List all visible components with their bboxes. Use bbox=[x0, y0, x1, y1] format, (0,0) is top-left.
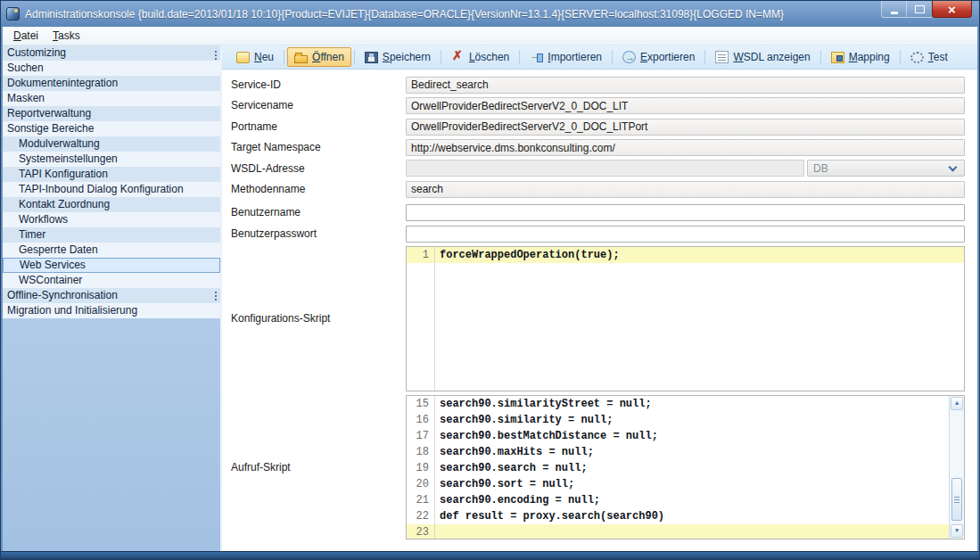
field-input-portname[interactable] bbox=[406, 119, 965, 136]
code-text: def result = proxy.search(search90) bbox=[434, 508, 664, 524]
sidebar-item-modulverwaltung[interactable]: Modulverwaltung bbox=[3, 136, 220, 152]
sidebar-item-web-services[interactable]: Web Services bbox=[3, 258, 220, 273]
field-input-service-id[interactable] bbox=[406, 77, 965, 94]
chevron-down-icon bbox=[949, 163, 958, 172]
field-input-servicename[interactable] bbox=[406, 97, 965, 114]
aufruf-script-row: Aufruf-Skript 15search90.similarityStree… bbox=[231, 395, 965, 539]
line-number: 18 bbox=[407, 444, 434, 460]
sidebar-item-customizing[interactable]: Customizing bbox=[3, 45, 220, 61]
editor-gutter-line bbox=[434, 396, 435, 539]
toolbar-button-speichern[interactable]: Speichern bbox=[358, 47, 438, 67]
sidebar-item-gesperrte-daten[interactable]: Gesperrte Daten bbox=[3, 243, 220, 258]
form-row: Portname bbox=[231, 118, 965, 136]
code-text: search90.bestMatchDistance = null; bbox=[434, 428, 658, 444]
import-icon bbox=[530, 51, 543, 63]
sidebar-list: CustomizingSuchenDokumentenintegrationMa… bbox=[3, 45, 220, 318]
code-line: 18search90.maxHits = null; bbox=[407, 444, 949, 460]
sidebar-item-kontakt-zuordnung[interactable]: Kontakt Zuordnung bbox=[3, 197, 220, 212]
sidebar-item-tapi-inbound-dialog-konfiguration[interactable]: TAPI-Inbound Dialog Konfiguration bbox=[3, 182, 220, 197]
code-text: forceWrappedOperation(true); bbox=[434, 247, 620, 263]
wsdl-icon bbox=[715, 51, 729, 63]
toolbar-button-exportieren[interactable]: Exportieren bbox=[615, 47, 702, 67]
field-label-konfigurations-skript: Konfigurations-Skript bbox=[231, 312, 406, 325]
sidebar-splitter-grip[interactable] bbox=[215, 292, 217, 293]
sidebar-item-workflows[interactable]: Workflows bbox=[3, 212, 220, 227]
toolbar-button-label: Exportieren bbox=[640, 51, 695, 63]
toolbar-button-label: Neu bbox=[254, 51, 274, 63]
line-number: 15 bbox=[407, 396, 434, 412]
field-cell: DB bbox=[406, 160, 965, 177]
code-line: 21search90.encoding = null; bbox=[407, 492, 949, 508]
form-row: Servicename bbox=[231, 97, 965, 115]
toolbar-button-loschen[interactable]: Löschen bbox=[444, 47, 516, 67]
maximize-button[interactable] bbox=[907, 1, 932, 18]
field-label-benutzername: Benutzername bbox=[231, 206, 406, 218]
toolbar-button-label: Löschen bbox=[469, 51, 509, 63]
field-input-target-namespace[interactable] bbox=[406, 139, 965, 156]
sidebar-item-offline-synchronisation[interactable]: Offline-Synchronisation bbox=[3, 288, 220, 303]
sidebar-item-migration-und-initialisierung[interactable]: Migration und Initialisierung bbox=[3, 303, 220, 318]
toolbar-button-importieren[interactable]: Importieren bbox=[523, 47, 609, 67]
toolbar-button-label: Mapping bbox=[849, 51, 890, 63]
line-number: 19 bbox=[407, 460, 434, 476]
code-line: 19search90.search = null; bbox=[407, 460, 949, 476]
sidebar-item-reportverwaltung[interactable]: Reportverwaltung bbox=[3, 106, 220, 121]
close-button[interactable]: × bbox=[932, 1, 972, 18]
minimize-button[interactable] bbox=[881, 1, 907, 18]
field-input-methodenname[interactable] bbox=[406, 181, 965, 198]
field-label-wsdl-adresse: WSDL-Adresse bbox=[231, 162, 406, 175]
aufruf-scrollbar[interactable] bbox=[949, 396, 964, 539]
code-text: search90.similarityStreet = null; bbox=[434, 396, 652, 412]
sidebar-item-tapi-konfiguration[interactable]: TAPI Konfiguration bbox=[3, 167, 220, 182]
field-label-servicename: Servicename bbox=[231, 99, 406, 111]
sidebar-item-masken[interactable]: Masken bbox=[3, 91, 220, 106]
sidebar-item-systemeinstellungen[interactable]: Systemeinstellungen bbox=[3, 152, 220, 167]
code-text: search90.maxHits = null; bbox=[434, 444, 594, 460]
sidebar-collapse-grip[interactable] bbox=[215, 51, 217, 53]
code-line: 22def result = proxy.search(search90) bbox=[407, 508, 949, 524]
toolbar-button-label: Test bbox=[928, 51, 948, 63]
export-icon bbox=[622, 51, 636, 63]
sidebar: CustomizingSuchenDokumentenintegrationMa… bbox=[3, 45, 222, 551]
konfigurations-skript-editor[interactable]: 1forceWrappedOperation(true); bbox=[406, 246, 965, 391]
toolbar-separator bbox=[900, 50, 901, 64]
sidebar-item-dokumentenintegration[interactable]: Dokumentenintegration bbox=[3, 76, 220, 91]
title-bar[interactable]: Administrationskonsole {build.date=2013/… bbox=[1, 1, 979, 27]
scroll-up-icon[interactable] bbox=[951, 397, 963, 410]
sidebar-item-suchen[interactable]: Suchen bbox=[3, 61, 220, 76]
scroll-thumb[interactable] bbox=[951, 478, 962, 521]
toolbar: NeuÖffnenSpeichernLöschenImportierenExpo… bbox=[222, 45, 977, 70]
aufruf-skript-editor[interactable]: 15search90.similarityStreet = null;16sea… bbox=[406, 395, 965, 539]
field-input-benutzerpasswort[interactable] bbox=[406, 226, 965, 243]
field-label-portname: Portname bbox=[231, 120, 406, 133]
toolbar-button-offnen[interactable]: Öffnen bbox=[287, 47, 351, 67]
sidebar-item-timer[interactable]: Timer bbox=[3, 227, 220, 243]
field-combo-wsdl-adresse[interactable]: DB bbox=[807, 160, 965, 177]
field-label-target-namespace: Target Namespace bbox=[231, 141, 406, 153]
toolbar-separator bbox=[441, 50, 441, 64]
scroll-down-icon[interactable] bbox=[951, 524, 963, 538]
test-icon bbox=[910, 52, 924, 63]
window-controls: × bbox=[881, 1, 972, 18]
toolbar-button-neu[interactable]: Neu bbox=[229, 47, 281, 67]
form-row: Methodenname bbox=[231, 180, 965, 198]
toolbar-button-label: Speichern bbox=[383, 51, 431, 63]
toolbar-button-test[interactable]: Test bbox=[903, 47, 955, 67]
konfig-script-row: Konfigurations-Skript 1forceWrappedOpera… bbox=[231, 246, 965, 391]
form-row: Target Namespace bbox=[231, 139, 965, 157]
sidebar-item-wscontainer[interactable]: WSContainer bbox=[3, 273, 220, 288]
toolbar-button-label: Importieren bbox=[548, 51, 602, 63]
menu-item-datei[interactable]: Datei bbox=[6, 28, 45, 44]
field-cell bbox=[406, 204, 965, 222]
toolbar-button-wsdl-anzeigen[interactable]: WSDL anzeigen bbox=[708, 47, 817, 67]
code-line: 16search90.similarity = null; bbox=[407, 412, 949, 428]
menu-item-tasks[interactable]: Tasks bbox=[45, 28, 87, 44]
toolbar-button-mapping[interactable]: Mapping bbox=[824, 47, 897, 67]
code-line: 17search90.bestMatchDistance = null; bbox=[407, 428, 949, 444]
body: CustomizingSuchenDokumentenintegrationMa… bbox=[3, 45, 977, 551]
line-number: 21 bbox=[407, 492, 434, 508]
sidebar-item-sonstige-bereiche[interactable]: Sonstige Bereiche bbox=[3, 121, 220, 136]
status-bar bbox=[1, 551, 979, 559]
line-number: 23 bbox=[407, 524, 434, 539]
field-input-benutzername[interactable] bbox=[406, 204, 965, 221]
